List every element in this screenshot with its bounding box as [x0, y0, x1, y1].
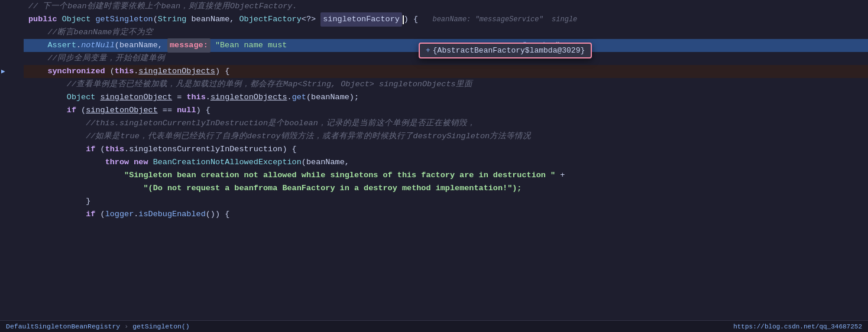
breadcrumb-class: DefaultSingletonBeanRegistry — [6, 323, 120, 330]
line-content: Object singletonObject = this.singletonO… — [24, 91, 868, 104]
line-content: if (this.singletonsCurrentlyInDestructio… — [24, 143, 868, 156]
status-right-link: https://blog.csdn.net/qq_34687252 — [733, 323, 862, 330]
breadcrumb: DefaultSingletonBeanRegistry › getSingle… — [6, 323, 190, 330]
line-gutter — [0, 13, 24, 26]
line-gutter — [0, 156, 24, 169]
tooltip-popup[interactable]: + {AbstractBeanFactory$lambda@3029} — [419, 43, 592, 58]
line-gutter — [0, 143, 24, 156]
line-gutter — [0, 52, 24, 65]
code-line: //this.singletonCurrentlyInDestruction是个… — [0, 117, 868, 130]
line-content: synchronized (this.singletonObjects) { — [24, 65, 868, 78]
line-gutter — [0, 117, 24, 130]
line-gutter — [0, 39, 24, 52]
line-content: if (logger.isDebugEnabled()) { — [24, 208, 868, 221]
line-gutter — [0, 0, 24, 13]
code-line: } — [0, 195, 868, 208]
code-line-synchronized: ▶ synchronized (this.singletonObjects) { — [0, 65, 868, 78]
line-gutter — [0, 130, 24, 143]
status-bar: DefaultSingletonBeanRegistry › getSingle… — [0, 320, 868, 332]
line-gutter — [0, 195, 24, 208]
line-gutter — [0, 104, 24, 117]
line-gutter — [0, 91, 24, 104]
code-line: "(Do not request a bean from a BeanFacto… — [0, 182, 868, 195]
debug-arrow: ▶ — [1, 65, 5, 78]
line-content: public Object getSingleton(String beanNa… — [24, 13, 868, 26]
code-area: // 下一个bean创建时需要依赖上个bean，则直接使用ObjectFacto… — [0, 0, 868, 221]
line-content: throw new BeanCreationNotAllowedExceptio… — [24, 156, 868, 169]
line-content: // 下一个bean创建时需要依赖上个bean，则直接使用ObjectFacto… — [24, 0, 868, 13]
code-line: // 下一个bean创建时需要依赖上个bean，则直接使用ObjectFacto… — [0, 0, 868, 13]
line-content: //断言beanName肯定不为空 — [24, 26, 868, 39]
code-line: public Object getSingleton(String beanNa… — [0, 13, 868, 26]
code-line: //如果是true，代表单例已经执行了自身的destroy销毁方法，或者有异常的… — [0, 130, 868, 143]
text-cursor — [403, 15, 404, 24]
line-gutter: ▶ — [0, 65, 24, 78]
breadcrumb-method: getSingleton() — [132, 323, 190, 330]
code-line: "Singleton bean creation not allowed whi… — [0, 169, 868, 182]
code-line: Object singletonObject = this.singletonO… — [0, 91, 868, 104]
line-content: "(Do not request a bean from a BeanFacto… — [24, 182, 868, 195]
breadcrumb-separator: › — [124, 323, 128, 330]
code-line: //查看单例是否已经被加载，凡是加载过的单例，都会存在Map<String, O… — [0, 78, 868, 91]
from-keyword: from — [254, 182, 273, 195]
line-gutter — [0, 182, 24, 195]
line-content: if (singletonObject == null) { — [24, 104, 868, 117]
tooltip-expand-icon[interactable]: + — [426, 46, 430, 55]
line-content: //this.singletonCurrentlyInDestruction是个… — [24, 117, 868, 130]
line-content: //如果是true，代表单例已经执行了自身的destroy销毁方法，或者有异常的… — [24, 130, 868, 143]
line-content: } — [24, 195, 868, 208]
line-gutter — [0, 78, 24, 91]
code-line: if (this.singletonsCurrentlyInDestructio… — [0, 143, 868, 156]
code-line: if (logger.isDebugEnabled()) { — [0, 208, 868, 221]
code-line: if (singletonObject == null) { — [0, 104, 868, 117]
line-gutter — [0, 208, 24, 221]
line-content: //查看单例是否已经被加载，凡是加载过的单例，都会存在Map<String, O… — [24, 78, 868, 91]
line-content: "Singleton bean creation not allowed whi… — [24, 169, 868, 182]
tooltip-text: {AbstractBeanFactory$lambda@3029} — [433, 46, 585, 55]
code-line: //断言beanName肯定不为空 — [0, 26, 868, 39]
code-line: throw new BeanCreationNotAllowedExceptio… — [0, 156, 868, 169]
code-editor: // 下一个bean创建时需要依赖上个bean，则直接使用ObjectFacto… — [0, 0, 868, 320]
message-param: message: — [167, 38, 210, 53]
singleton-factory-param: singletonFactory — [320, 12, 402, 27]
line-gutter — [0, 169, 24, 182]
line-gutter — [0, 26, 24, 39]
